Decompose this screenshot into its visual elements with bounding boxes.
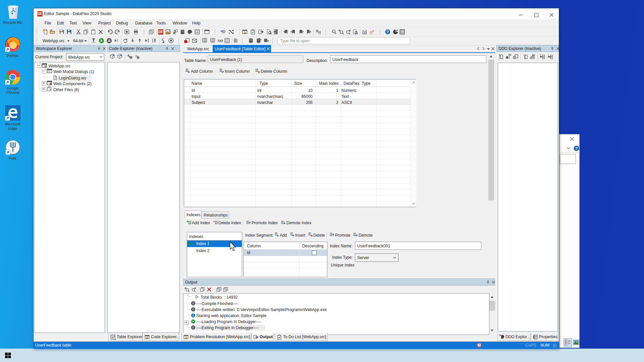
- svg-text:m: m: [514, 56, 516, 59]
- svg-text:Z: Z: [189, 222, 191, 224]
- svg-text:?: ?: [575, 146, 578, 151]
- svg-text:Z: Z: [216, 222, 217, 224]
